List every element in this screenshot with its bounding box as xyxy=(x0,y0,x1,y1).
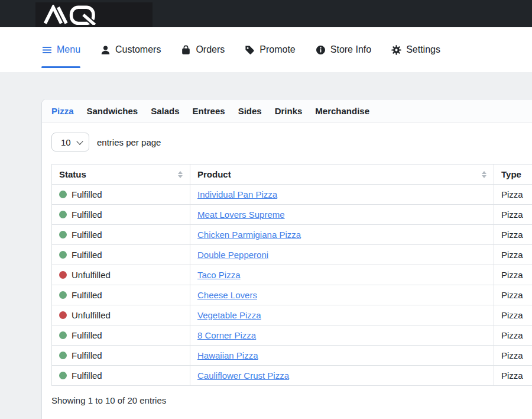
entries-per-page-select[interactable]: 10 xyxy=(51,133,89,152)
entries-per-page-label: entries per page xyxy=(97,137,161,147)
table-row: Fulfilled Cauliflower Crust Pizza Pizza xyxy=(52,366,532,386)
product-link[interactable]: 8 Corner Pizza xyxy=(197,330,256,340)
status-dot xyxy=(59,331,67,339)
status-label: Unfulfilled xyxy=(72,270,111,280)
product-link[interactable]: Hawaiian Pizza xyxy=(197,350,258,360)
status-label: Unfulfilled xyxy=(72,310,111,320)
status-cell: Fulfilled xyxy=(59,250,183,260)
status-label: Fulfilled xyxy=(72,250,102,260)
status-label: Fulfilled xyxy=(72,210,102,220)
status-dot xyxy=(59,191,67,198)
entries-per-page-row: 10 entries per page xyxy=(51,133,532,152)
status-cell: Fulfilled xyxy=(59,230,183,240)
status-cell: Fulfilled xyxy=(59,210,183,220)
type-cell: Pizza xyxy=(494,185,532,205)
bag-icon xyxy=(180,44,192,56)
product-link[interactable]: Individual Pan Pizza xyxy=(197,189,277,199)
main-nav: Menu Customers Orders Promote Store Info… xyxy=(0,27,532,72)
type-cell: Pizza xyxy=(494,285,532,305)
product-link[interactable]: Meat Lovers Supreme xyxy=(197,210,285,220)
person-icon xyxy=(100,44,111,56)
tab-salads[interactable]: Salads xyxy=(151,106,179,116)
status-cell: Fulfilled xyxy=(59,189,183,199)
table-row: Fulfilled Individual Pan Pizza Pizza xyxy=(52,185,532,205)
table-row: Fulfilled Double Pepperoni Pizza xyxy=(52,245,532,265)
nav-item-store-info[interactable]: Store Info xyxy=(315,27,371,72)
column-header-product[interactable]: Product xyxy=(190,165,494,185)
nav-item-customers[interactable]: Customers xyxy=(100,27,161,72)
status-cell: Unfulfilled xyxy=(59,310,183,320)
status-cell: Fulfilled xyxy=(59,330,183,340)
info-icon xyxy=(315,44,326,56)
gear-icon xyxy=(391,44,402,56)
status-label: Fulfilled xyxy=(72,350,102,360)
table-row: Fulfilled 8 Corner Pizza Pizza xyxy=(52,325,532,346)
table-row: Fulfilled Cheese Lovers Pizza xyxy=(52,285,532,305)
status-label: Fulfilled xyxy=(72,330,102,340)
tab-entrees[interactable]: Entrees xyxy=(193,106,225,116)
column-header-status[interactable]: Status xyxy=(52,165,190,185)
product-link[interactable]: Vegetable Pizza xyxy=(197,310,261,320)
tag-icon xyxy=(244,44,255,56)
status-cell: Fulfilled xyxy=(59,290,183,300)
product-link[interactable]: Taco Pizza xyxy=(197,270,241,280)
tab-drinks[interactable]: Drinks xyxy=(275,106,303,116)
type-cell: Pizza xyxy=(494,366,532,386)
product-link[interactable]: Cheese Lovers xyxy=(197,290,257,300)
column-header-type[interactable]: Type xyxy=(494,165,532,185)
products-table: Status Product Type Fulfilled Individual… xyxy=(51,164,532,386)
status-label: Fulfilled xyxy=(72,189,102,199)
status-dot xyxy=(59,311,67,319)
top-bar xyxy=(0,0,532,27)
nav-item-promote[interactable]: Promote xyxy=(244,27,295,72)
type-cell: Pizza xyxy=(494,225,532,245)
nav-item-orders[interactable]: Orders xyxy=(180,27,225,72)
tab-sandwiches[interactable]: Sandwiches xyxy=(87,106,138,116)
status-dot xyxy=(59,271,67,279)
logo[interactable] xyxy=(35,2,153,27)
entries-summary: Showing 1 to 10 of 20 entries xyxy=(51,395,532,405)
table-row: Fulfilled Meat Lovers Supreme Pizza xyxy=(52,205,532,225)
status-dot xyxy=(59,231,67,238)
table-header: Status Product Type xyxy=(52,165,532,185)
status-dot xyxy=(59,372,67,379)
status-label: Fulfilled xyxy=(72,290,102,300)
status-dot xyxy=(59,211,67,218)
nav-item-settings[interactable]: Settings xyxy=(391,27,440,72)
status-cell: Fulfilled xyxy=(59,350,183,360)
type-cell: Pizza xyxy=(494,305,532,325)
status-cell: Fulfilled xyxy=(59,370,183,381)
hamburger-icon xyxy=(41,44,53,56)
status-label: Fulfilled xyxy=(72,230,102,240)
table-row: Fulfilled Chicken Parmigiana Pizza Pizza xyxy=(52,225,532,245)
type-cell: Pizza xyxy=(494,205,532,225)
type-cell: Pizza xyxy=(494,265,532,285)
sort-icon xyxy=(482,171,486,178)
type-cell: Pizza xyxy=(494,245,532,265)
table-row: Fulfilled Hawaiian Pizza Pizza xyxy=(52,346,532,366)
table-row: Unfulfilled Vegetable Pizza Pizza xyxy=(52,305,532,325)
product-link[interactable]: Chicken Parmigiana Pizza xyxy=(197,230,301,240)
menu-card: PizzaSandwichesSaladsEntreesSidesDrinksM… xyxy=(41,99,532,419)
tab-pizza[interactable]: Pizza xyxy=(51,106,74,116)
status-dot xyxy=(59,291,67,299)
tab-sides[interactable]: Sides xyxy=(238,106,262,116)
type-cell: Pizza xyxy=(494,346,532,366)
status-cell: Unfulfilled xyxy=(59,270,183,280)
status-dot xyxy=(59,251,67,259)
product-link[interactable]: Double Pepperoni xyxy=(197,250,268,260)
type-cell: Pizza xyxy=(494,325,532,346)
nav-item-menu[interactable]: Menu xyxy=(41,27,80,72)
aiq-logo-icon xyxy=(40,5,106,25)
status-dot xyxy=(59,352,67,359)
entries-per-page-select-wrap: 10 xyxy=(51,133,89,152)
tab-merchandise[interactable]: Merchandise xyxy=(315,106,369,116)
table-row: Unfulfilled Taco Pizza Pizza xyxy=(52,265,532,285)
card-body: 10 entries per page Status Product Type xyxy=(42,123,532,415)
status-label: Fulfilled xyxy=(72,370,102,381)
sort-icon xyxy=(178,171,183,178)
category-tabs: PizzaSandwichesSaladsEntreesSidesDrinksM… xyxy=(42,99,532,123)
product-link[interactable]: Cauliflower Crust Pizza xyxy=(197,370,289,381)
